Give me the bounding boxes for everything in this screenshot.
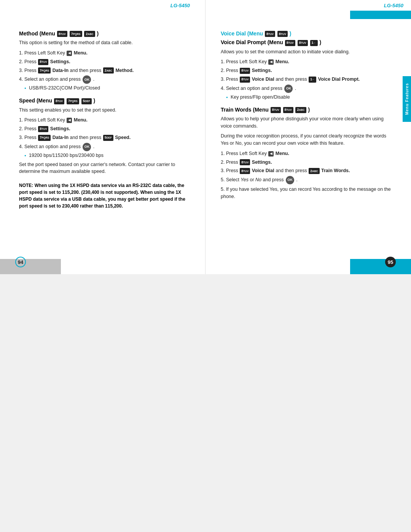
speed-title: Speed (Menu 8TUV 7PQRS 5DEF )	[19, 97, 190, 104]
page-spread: LG-5450 Method (Menu 8TUV 7PQRS 2ABC ) T…	[0, 0, 411, 274]
vdp-step4: 4. Select an option and press OK .	[221, 85, 392, 93]
vdp-title: Voice Dial Prompt (Menu 8TUV 8TUV 1← )	[221, 39, 392, 46]
vdp-step3-key2: 1←	[309, 77, 316, 83]
bottom-gray-left	[0, 259, 61, 274]
content-left: Method (Menu 8TUV 7PQRS 2ABC ) This opti…	[19, 30, 190, 209]
step2-key: 8TUV	[38, 59, 48, 65]
tw-step4: 5. Select Yes or No and press OK .	[221, 176, 392, 184]
speed-step2-key: 8TUV	[38, 126, 48, 132]
vdp-desc: Allows you to set the command action to …	[221, 48, 392, 56]
method-step1: 1. Press Left Soft Key ◀ Menu.	[19, 50, 190, 57]
speed-section: Speed (Menu 8TUV 7PQRS 5DEF ) This setti…	[19, 97, 190, 175]
vdp-key2: 8TUV	[298, 40, 308, 46]
speed-bullet1: 19200 bps/115200 bps/230400 bps	[24, 153, 190, 158]
speed-step4: 4. Select an option and press OK .	[19, 143, 190, 151]
tw-desc: Allows you to help your phone distinguis…	[221, 115, 392, 130]
vdp-step1: 1. Press Left Soft Key ◀ Menu.	[221, 58, 392, 66]
tw-step5: 5. If you have selected Yes, you can rec…	[221, 186, 392, 200]
method-bullets: USB/RS-232C(COM Port)/Closed	[24, 85, 190, 91]
speed-step3-key1: 7PQRS	[38, 135, 51, 141]
vdp-step3-key1: 8TUV	[240, 77, 250, 83]
tw-key3: 2ABC	[295, 107, 306, 113]
tw-key2: 8TUV	[283, 107, 293, 113]
tw-step1: 1. Press Left Soft Key ◀ Menu.	[221, 150, 392, 157]
menu-left-icon2: ◀	[67, 118, 72, 123]
content-right: Voice Dial (Menu 8TUV 8TUV ) Voice Dial …	[221, 30, 392, 200]
page-right: LG-5450 Voice Dial (Menu 8TUV 8TUV ) Voi…	[206, 0, 411, 274]
method-key3: 2ABC	[84, 31, 95, 37]
tw-step3: 3. Press 8TUV Voice Dial and then press …	[221, 167, 392, 174]
speed-extra-desc: Set the port speed based on your carrier…	[19, 161, 190, 176]
method-key1: 8TUV	[57, 31, 67, 37]
page-left: LG-5450 Method (Menu 8TUV 7PQRS 2ABC ) T…	[0, 0, 206, 274]
ok-key-speed: OK	[83, 143, 91, 151]
step3-key1: 7PQRS	[38, 67, 51, 73]
speed-key3: 5DEF	[81, 98, 92, 104]
ok-key-vdp: OK	[284, 85, 293, 93]
side-tab: Menu Features	[403, 76, 411, 122]
speed-desc: This setting enables you to set the port…	[19, 107, 190, 114]
method-title: Method (Menu 8TUV 7PQRS 2ABC )	[19, 30, 190, 37]
speed-step1: 1. Press Left Soft Key ◀ Menu.	[19, 117, 190, 124]
page-number-left: 94	[15, 257, 26, 267]
speed-bullets: 19200 bps/115200 bps/230400 bps	[24, 153, 190, 158]
train-words-section: Train Words (Menu 8TUV 8TUV 2ABC ) Allow…	[221, 107, 392, 200]
voice-dial-section: Voice Dial (Menu 8TUV 8TUV ) Voice Dial …	[221, 30, 392, 200]
header-title-left: LG-5450	[170, 3, 190, 8]
header-right: LG-5450	[206, 0, 411, 11]
ok-key-method: OK	[83, 75, 91, 84]
vd-key2: 8TUV	[277, 31, 288, 37]
bottom-cyan-right	[350, 259, 411, 274]
header-title-right: LG-5450	[384, 3, 403, 8]
vdp-step2: 2. Press 8TUV Settings.	[221, 67, 392, 74]
tw-key1: 8TUV	[271, 107, 281, 113]
vd-key1: 8TUV	[265, 31, 275, 37]
tw-extra-desc: During the voice recognition process, if…	[221, 133, 392, 147]
vdp-bullet1: Key press/Flip open/Disable	[226, 94, 392, 100]
method-step2: 2. Press 8TUV Settings.	[19, 58, 190, 66]
tw-step3-key1: 8TUV	[240, 168, 250, 174]
method-step4: 4. Select an option and press OK .	[19, 75, 190, 84]
menu-left-icon4: ◀	[268, 151, 274, 157]
method-key2: 7PQRS	[70, 31, 82, 37]
page-number-right: 95	[385, 257, 396, 267]
menu-left-icon: ◀	[67, 51, 72, 56]
tw-step2: 2. Press 8TUV Settings.	[221, 159, 392, 166]
voice-dial-title: Voice Dial (Menu 8TUV 8TUV )	[221, 30, 392, 37]
method-bullet1: USB/RS-232C(COM Port)/Closed	[24, 85, 190, 91]
speed-step3: 3. Press 7PQRS Data-In and then press 5D…	[19, 134, 190, 141]
method-section: Method (Menu 8TUV 7PQRS 2ABC ) This opti…	[19, 30, 190, 91]
side-tab-text: Menu Features	[405, 83, 409, 115]
method-desc: This option is setting for the method of…	[19, 39, 190, 46]
vdp-key3: 1←	[310, 40, 318, 46]
speed-step2: 2. Press 8TUV Settings.	[19, 125, 190, 133]
tw-step3-key2: 2ABC	[309, 168, 319, 174]
vdp-step2-key: 8TUV	[240, 68, 250, 74]
step3-key2: 2ABC	[103, 67, 114, 73]
note-box: NOTE: When using the 1X HSPD data servic…	[19, 182, 190, 209]
vdp-step3: 3. Press 8TUV Voice Dial and then press …	[221, 76, 392, 83]
tw-title: Train Words (Menu 8TUV 8TUV 2ABC )	[221, 107, 392, 113]
vdp-key1: 8TUV	[285, 40, 295, 46]
speed-key1: 8TUV	[54, 98, 64, 104]
speed-key2: 7PQRS	[67, 98, 79, 104]
speed-step3-key2: 5DEF	[103, 135, 113, 141]
menu-left-icon3: ◀	[268, 59, 274, 65]
vdp-bullets: Key press/Flip open/Disable	[226, 94, 392, 100]
voice-dial-prompt-section: Voice Dial Prompt (Menu 8TUV 8TUV 1← ) A…	[221, 39, 392, 99]
header-left: LG-5450	[0, 0, 205, 11]
method-step3: 3. Press 7PQRS Data-In and then press 2A…	[19, 67, 190, 74]
tw-step2-key: 8TUV	[240, 159, 250, 165]
ok-key-tw: OK	[286, 176, 294, 184]
